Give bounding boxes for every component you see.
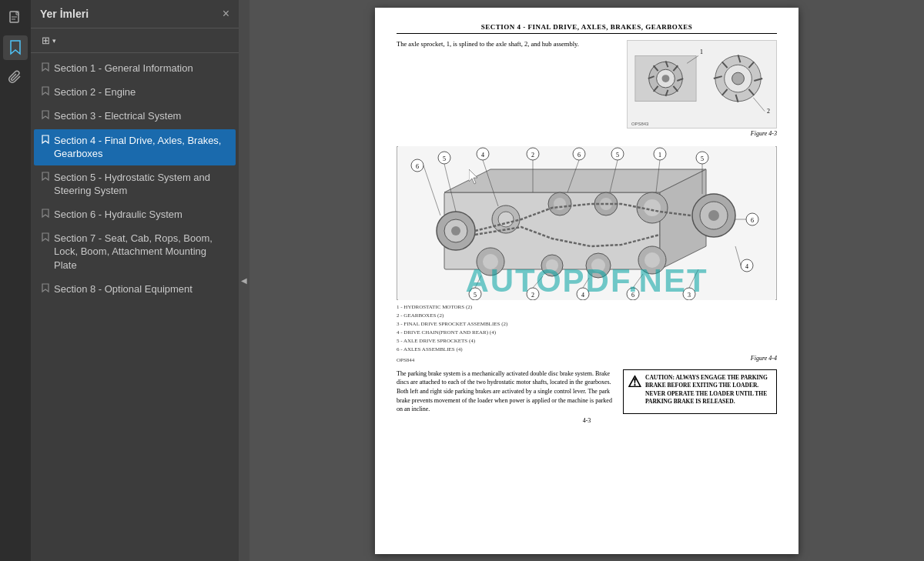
attachment-toolbar-icon[interactable] (3, 65, 28, 89)
svg-text:OPS843: OPS843 (631, 122, 649, 126)
view-grid-icon: ⊞ (42, 35, 50, 46)
legend-item-1: 1 - HYDROSTATIC MOTORS (2) (397, 303, 507, 312)
bookmark-label: Section 4 - Final Drive, Axles, Brakes, … (54, 134, 228, 161)
svg-text:1: 1 (700, 48, 703, 55)
caution-icon: ⚠ (628, 374, 641, 389)
bookmarks-panel: Yer İmleri × ⊞ ▾ Section 1 - General Inf… (31, 0, 239, 561)
svg-text:2: 2 (767, 107, 770, 114)
bookmark-item-section5[interactable]: Section 5 - Hydrostatic System and Steer… (34, 166, 236, 202)
legend-item-4: 4 - DRIVE CHAIN(FRONT AND REAR) (4) (397, 329, 507, 337)
bookmark-item-section6[interactable]: Section 6 - Hydraulic System (34, 203, 236, 226)
panel-toolbar: ⊞ ▾ (31, 28, 239, 53)
bookmark-flag-icon (42, 172, 49, 185)
bookmarks-list: Section 1 - General InformationSection 2… (31, 53, 239, 561)
bookmark-label: Section 8 - Optional Equipment (54, 282, 228, 296)
legend-item-2: 2 - GEARBOXES (2) (397, 312, 507, 320)
svg-text:3: 3 (688, 292, 691, 299)
pdf-bottom-section: The parking brake system is a mechanical… (397, 369, 777, 414)
svg-text:5: 5 (701, 155, 704, 162)
view-dropdown-arrow: ▾ (52, 37, 56, 45)
bookmark-toolbar-icon[interactable] (3, 35, 28, 60)
svg-text:5: 5 (474, 292, 477, 299)
bookmark-flag-icon (42, 110, 49, 123)
pdf-page: SECTION 4 - FINAL DRIVE, AXLES, BRAKES, … (375, 8, 798, 554)
svg-text:4: 4 (745, 263, 748, 270)
pdf-top-section: The axle sprocket, 1, is splined to the … (397, 40, 777, 140)
bookmark-flag-icon (42, 135, 49, 148)
figure-4-4-diagram: 6 5 4 2 6 (397, 146, 777, 300)
bookmark-label: Section 6 - Hydraulic System (54, 208, 228, 222)
page-number: 4-3 (397, 417, 777, 424)
panel-header: Yer İmleri × (31, 0, 239, 28)
svg-text:1: 1 (658, 152, 661, 159)
svg-point-7 (662, 75, 670, 82)
bookmark-label: Section 5 - Hydrostatic System and Steer… (54, 171, 228, 198)
file-toolbar-icon[interactable] (3, 6, 28, 31)
bookmark-item-section7[interactable]: Section 7 - Seat, Cab, Rops, Boom, Lock,… (34, 227, 236, 277)
svg-text:2: 2 (531, 292, 534, 299)
figure-4-3-image: 1 2 OPS843 (627, 40, 777, 129)
svg-point-33 (483, 254, 498, 269)
svg-text:6: 6 (751, 217, 754, 224)
bookmark-label: Section 3 - Electrical System (54, 109, 228, 123)
chevron-left-icon: ◀ (241, 276, 247, 285)
svg-text:5: 5 (443, 155, 446, 162)
figure-4-4-legend: 1 - HYDROSTATIC MOTORS (2) 2 - GEARBOXES… (397, 303, 507, 365)
bookmark-flag-icon (42, 209, 49, 222)
bookmark-item-section2[interactable]: Section 2 - Engine (34, 81, 236, 104)
bookmark-label: Section 2 - Engine (54, 85, 228, 99)
panel-collapse-handle[interactable]: ◀ (239, 0, 249, 561)
bookmark-flag-icon (42, 86, 49, 99)
svg-text:6: 6 (578, 152, 581, 159)
bookmark-item-section8[interactable]: Section 8 - Optional Equipment (34, 278, 236, 301)
svg-point-35 (546, 259, 558, 272)
bookmark-item-section4[interactable]: Section 4 - Final Drive, Axles, Brakes, … (34, 129, 236, 165)
panel-view-button[interactable]: ⊞ ▾ (38, 33, 59, 48)
left-toolbar (0, 0, 31, 561)
svg-text:6: 6 (631, 292, 634, 299)
figure-4-4-label: Figure 4-4 (751, 355, 777, 362)
panel-title: Yer İmleri (40, 8, 89, 20)
bookmark-flag-icon (42, 283, 49, 296)
svg-point-10 (732, 72, 745, 85)
caution-box: ⚠ CAUTION: ALWAYS ENGAGE THE PARKING BRA… (623, 369, 777, 414)
bookmark-flag-icon (42, 62, 49, 75)
svg-point-37 (591, 259, 605, 272)
legend-item-6: 6 - AXLES ASSEMBLIES (4) (397, 346, 507, 354)
svg-text:2: 2 (531, 152, 534, 159)
bookmark-item-section1[interactable]: Section 1 - General Information (34, 57, 236, 80)
pdf-section-header: SECTION 4 - FINAL DRIVE, AXLES, BRAKES, … (397, 23, 777, 34)
pdf-bottom-text: The parking brake system is a mechanical… (397, 369, 615, 414)
panel-close-button[interactable]: × (223, 8, 229, 20)
svg-point-20 (451, 226, 460, 235)
svg-text:6: 6 (416, 163, 419, 170)
bookmark-label: Section 7 - Seat, Cab, Rops, Boom, Lock,… (54, 232, 228, 272)
svg-text:5: 5 (616, 152, 619, 159)
svg-point-39 (644, 252, 660, 268)
bookmark-label: Section 1 - General Information (54, 62, 228, 75)
legend-item-5: 5 - AXLE DRIVE SPROCKETS (4) (397, 337, 507, 346)
svg-point-31 (708, 210, 719, 221)
main-content: SECTION 4 - FINAL DRIVE, AXLES, BRAKES, … (249, 0, 924, 561)
svg-text:4: 4 (481, 152, 484, 159)
svg-point-28 (644, 199, 661, 216)
bookmark-item-section3[interactable]: Section 3 - Electrical System (34, 105, 236, 128)
svg-text:4: 4 (581, 292, 584, 299)
caution-text: CAUTION: ALWAYS ENGAGE THE PARKING BRAKE… (645, 374, 772, 406)
legend-code: OPS844 (397, 356, 507, 365)
pdf-top-text: The axle sprocket, 1, is splined to the … (397, 40, 619, 49)
figure-4-3-label: Figure 4-3 (751, 130, 777, 137)
legend-item-3: 3 - FINAL DRIVE SPROCKET ASSEMBLIES (2) (397, 320, 507, 329)
bookmark-flag-icon (42, 232, 49, 245)
